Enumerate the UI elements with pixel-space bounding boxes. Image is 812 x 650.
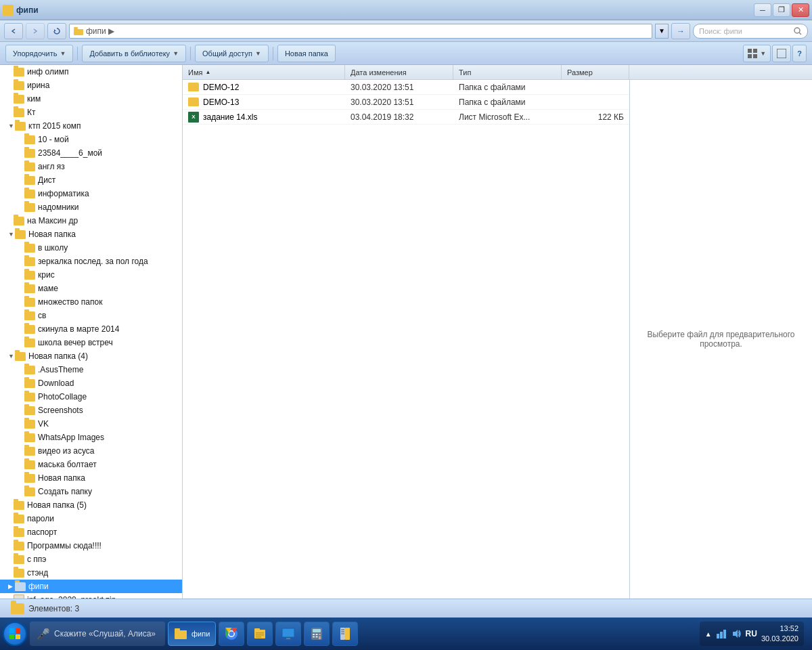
taskbar-app-calc[interactable] [304, 622, 330, 646]
sort-arrow: ▲ [205, 69, 210, 75]
tree-item-novaya5[interactable]: Новая папка (5) [0, 498, 182, 512]
lang-indicator[interactable]: RU [746, 629, 757, 638]
start-button[interactable] [3, 622, 27, 646]
new-folder-button[interactable]: Новая папка [277, 45, 336, 62]
col-header-size[interactable]: Размер [562, 65, 629, 79]
col-header-name[interactable]: Имя ▲ [183, 65, 345, 79]
folder-icon [24, 311, 35, 320]
file-row[interactable]: DEMO-13 30.03.2020 13:51 Папка с файлами [183, 95, 629, 110]
tree-item-novaya4[interactable]: ▼ Новая папка (4) [0, 349, 182, 363]
folder-icon [14, 501, 24, 510]
tree-item-kris[interactable]: крис [0, 268, 182, 282]
tree-item-paroli[interactable]: пароли [0, 512, 182, 525]
folder-icon [24, 135, 35, 144]
screen-icon [281, 627, 295, 641]
tree-item-shkola[interactable]: школа вечер встреч [0, 336, 182, 349]
tree-item-video[interactable]: видео из асуса [0, 444, 182, 458]
file-row[interactable]: DEMO-12 30.03.2020 13:51 Папка с файлами [183, 80, 629, 95]
svg-rect-21 [256, 634, 264, 636]
view-toggle-button[interactable]: ▼ [743, 45, 771, 62]
taskbar-app-winrar[interactable] [332, 622, 358, 646]
tree-item-mnozhestvo[interactable]: множество папок [0, 295, 182, 309]
address-path-root: фипи [86, 26, 106, 36]
go-button[interactable]: → [671, 23, 690, 39]
folder-icon [24, 244, 35, 253]
tree-item-angl-yaz[interactable]: англ яз [0, 160, 182, 173]
minimize-button[interactable]: ─ [754, 3, 771, 17]
close-button[interactable]: ✕ [792, 3, 809, 17]
col-header-date[interactable]: Дата изменения [345, 65, 453, 79]
folder-tree[interactable]: инф олимп ирина ким Кт ▼ ктп 2015 комп [0, 65, 182, 599]
tree-item-fipi[interactable]: ▶ фипи [0, 580, 182, 593]
tree-item-stend[interactable]: стэнд [0, 566, 182, 580]
taskbar-app-files[interactable] [247, 622, 273, 646]
folder-icon [14, 515, 24, 523]
address-field[interactable]: фипи ▶ [69, 24, 652, 39]
taskbar-app-taskview[interactable] [275, 622, 301, 646]
help-button[interactable]: ? [792, 45, 807, 62]
tree-item-inf-olimp[interactable]: инф олимп [0, 65, 182, 79]
col-header-type[interactable]: Тип [453, 65, 562, 79]
tree-item-photocollage[interactable]: PhotoCollage [0, 390, 182, 404]
tree-item-programmy[interactable]: Программы сюда!!!! [0, 539, 182, 552]
tree-item-whatsapp[interactable]: WhatsApp Images [0, 431, 182, 444]
layout-button[interactable] [772, 45, 791, 62]
address-separator: ▶ [108, 26, 114, 36]
back-button[interactable] [4, 23, 23, 39]
tree-item-informatika[interactable]: информатика [0, 187, 182, 200]
svg-rect-38 [341, 633, 344, 634]
tree-item-irina[interactable]: ирина [0, 79, 182, 92]
tree-item-screenshots[interactable]: Screenshots [0, 404, 182, 417]
library-button[interactable]: Добавить в библиотеку ▼ [82, 45, 186, 62]
tree-item-nadomniki[interactable]: надомники [0, 200, 182, 214]
winrar-icon [338, 627, 352, 641]
tree-item-23584[interactable]: 23584____6_мой [0, 146, 182, 160]
tree-item-sv[interactable]: св [0, 309, 182, 322]
tree-item-novaya2[interactable]: Новая папка [0, 471, 182, 485]
refresh-button[interactable] [47, 23, 66, 39]
file-row[interactable]: X задание 14.xls 03.04.2019 18:32 Лист M… [183, 110, 629, 125]
cortana-text: Скажите «Слушай, Алиса» [54, 629, 156, 638]
tree-item-s-ppz[interactable]: с ппэ [0, 552, 182, 566]
tree-item-kim[interactable]: ким [0, 92, 182, 106]
cortana-area[interactable]: 🎤 Скажите «Слушай, Алиса» [30, 622, 165, 646]
tree-item-zerkala[interactable]: зеркалка послед. за пол года [0, 255, 182, 268]
svg-point-17 [229, 632, 234, 636]
tree-item-dist[interactable]: Дист [0, 173, 182, 187]
forward-button[interactable] [26, 23, 45, 39]
titlebar-title: фипи [16, 5, 39, 15]
folder-icon [15, 230, 26, 239]
search-box[interactable]: Поиск: фипи [693, 24, 808, 39]
taskbar-app-chrome[interactable] [219, 622, 244, 646]
tree-item-download[interactable]: Download [0, 376, 182, 390]
tree-item-novaya-papka[interactable]: ▼ Новая папка [0, 228, 182, 241]
organize-button[interactable]: Упорядочить ▼ [5, 45, 73, 62]
svg-rect-36 [341, 629, 344, 630]
tree-item-ktp2015[interactable]: ▼ ктп 2015 комп [0, 119, 182, 133]
tree-item-zip[interactable]: Z inf_oge_2020_proekt.zip [0, 593, 182, 599]
tree-item-v-shkolu[interactable]: в школу [0, 241, 182, 255]
restore-button[interactable]: ❐ [773, 3, 790, 17]
folder-icon [24, 284, 35, 293]
tree-item-10moy[interactable]: 10 - мой [0, 133, 182, 146]
network-icon [716, 628, 727, 639]
tree-item-na-maksin[interactable]: на Максин др [0, 214, 182, 228]
folder-file-icon [188, 98, 199, 106]
tree-item-asustheme[interactable]: .AsusTheme [0, 363, 182, 376]
clock-time: 13:52 [761, 624, 798, 634]
svg-marker-42 [733, 630, 738, 638]
address-dropdown[interactable]: ▼ [655, 24, 669, 39]
tree-item-maska[interactable]: маська болтает [0, 458, 182, 471]
tray-arrow[interactable]: ▲ [705, 630, 712, 638]
taskbar-app-explorer[interactable]: фипи [168, 622, 216, 646]
tree-item-kt[interactable]: Кт [0, 106, 182, 119]
tree-item-skinula[interactable]: скинула в марте 2014 [0, 322, 182, 336]
share-button[interactable]: Общий доступ ▼ [195, 45, 269, 62]
tree-item-mame[interactable]: маме [0, 282, 182, 295]
folder-icon [24, 393, 35, 402]
tree-item-vk[interactable]: VK [0, 417, 182, 431]
tree-item-pasport[interactable]: паспорт [0, 525, 182, 539]
svg-rect-11 [9, 634, 14, 639]
tree-item-sozdat[interactable]: Создать папку [0, 485, 182, 498]
clock-date: 30.03.2020 [761, 634, 798, 644]
